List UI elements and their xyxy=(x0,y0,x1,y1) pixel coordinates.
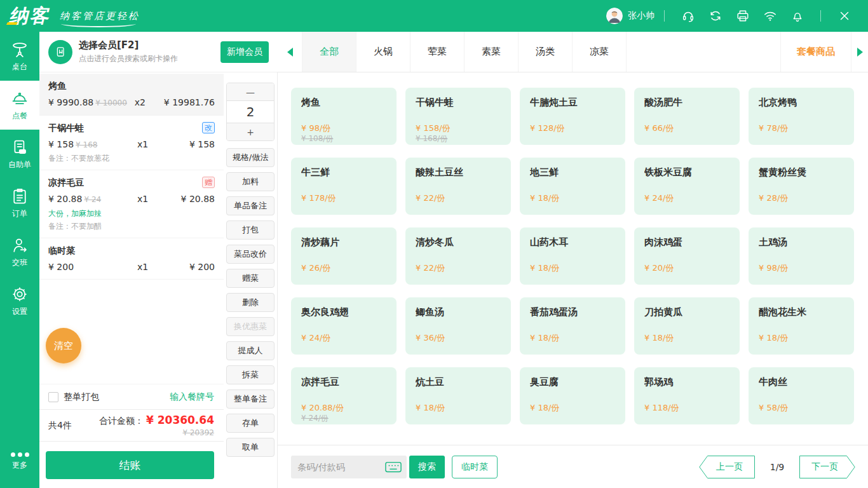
dish-card[interactable]: 凉拌毛豆¥ 20.88/份¥ 24/份 xyxy=(291,367,397,424)
action-button[interactable]: 单品备注 xyxy=(226,196,275,215)
next-page-button[interactable]: 下一页 xyxy=(799,456,855,478)
sidebar-item-tables[interactable]: 桌台 xyxy=(0,32,39,81)
dish-card[interactable]: 地三鲜¥ 18/份 xyxy=(520,158,625,215)
dish-original-price: ¥ 108/份 xyxy=(301,133,333,144)
action-button[interactable]: 规格/做法 xyxy=(226,148,275,167)
dish-card[interactable]: 山药木耳¥ 18/份 xyxy=(520,227,625,285)
total-amount: ¥ 20360.64 xyxy=(146,414,214,426)
dish-card[interactable]: 铁板米豆腐¥ 24/份 xyxy=(634,158,740,215)
dish-name: 牛三鲜 xyxy=(301,166,391,179)
order-item-prices: ¥ 9990.88¥ 10000 xyxy=(48,97,135,109)
dish-card[interactable]: 刀拍黄瓜¥ 18/份 xyxy=(634,297,740,355)
action-button[interactable]: 菜品改价 xyxy=(226,245,275,264)
search-button[interactable]: 搜索 xyxy=(409,456,445,478)
order-item[interactable]: 凉拌毛豆赠¥ 20.88¥ 24x1¥ 20.88大份，加麻加辣备注：不要加醋 xyxy=(39,170,224,238)
action-button[interactable]: 整单备注 xyxy=(226,390,275,409)
dish-card[interactable]: 肉沫鸡蛋¥ 20/份 xyxy=(634,227,740,285)
action-button[interactable]: 加料 xyxy=(226,172,275,191)
dish-card[interactable]: 鲫鱼汤¥ 36/份 xyxy=(405,297,511,355)
close-icon[interactable] xyxy=(831,9,858,23)
category-tab[interactable]: 凉菜 xyxy=(572,32,626,72)
dish-card[interactable]: 牛腩炖土豆¥ 128/份 xyxy=(520,88,625,145)
enter-table-number-link[interactable]: 输入餐牌号 xyxy=(170,391,214,403)
next-page-label: 下一页 xyxy=(799,456,855,478)
dish-card[interactable]: 土鸡汤¥ 98/份 xyxy=(749,227,854,285)
dish-card[interactable]: 奥尔良鸡翅¥ 24/份 xyxy=(291,297,397,355)
dish-card[interactable]: 郭场鸡¥ 118/份 xyxy=(634,367,740,424)
prev-page-button[interactable]: 上一页 xyxy=(699,456,755,478)
dish-card[interactable]: 干锅牛蛙¥ 158/份¥ 168/份 xyxy=(405,88,511,145)
category-tab[interactable]: 全部 xyxy=(302,32,356,72)
action-button[interactable]: 打包 xyxy=(226,220,275,240)
category-tab[interactable]: 荤菜 xyxy=(410,32,464,72)
sidebar-item-settings[interactable]: 设置 xyxy=(0,276,39,325)
dish-card[interactable]: 酸辣土豆丝¥ 22/份 xyxy=(405,158,511,215)
dish-card[interactable]: 番茄鸡蛋汤¥ 18/份 xyxy=(520,297,625,355)
dish-price: ¥ 66/份 xyxy=(644,123,674,134)
keyboard-icon[interactable] xyxy=(385,461,402,473)
action-button[interactable]: 存单 xyxy=(226,414,275,433)
sidebar-item-ordering[interactable]: 点餐 xyxy=(0,81,39,130)
dish-card[interactable]: 清炒冬瓜¥ 22/份 xyxy=(405,227,511,285)
printer-icon[interactable] xyxy=(729,9,756,23)
order-item-note: 备注：不要放葱花 xyxy=(48,154,215,163)
dish-card[interactable]: 北京烤鸭¥ 78/份 xyxy=(749,88,854,145)
order-item-price: ¥ 9990.88 xyxy=(48,97,93,107)
dish-card[interactable]: 烤鱼¥ 98/份¥ 108/份 xyxy=(291,88,397,145)
action-button[interactable]: 赠菜 xyxy=(226,269,275,288)
support-icon[interactable] xyxy=(674,9,702,23)
dish-card[interactable]: 牛肉丝¥ 58/份 xyxy=(749,367,854,424)
sidebar-item-more[interactable]: 更多 xyxy=(0,445,39,478)
dish-card[interactable]: 炕土豆¥ 18/份 xyxy=(405,367,511,424)
temp-dish-button[interactable]: 临时菜 xyxy=(452,456,498,478)
dish-price: ¥ 24/份 xyxy=(301,332,330,344)
tabs-scroll-left-button[interactable] xyxy=(278,32,302,72)
add-member-button[interactable]: 新增会员 xyxy=(220,41,269,63)
wifi-icon[interactable] xyxy=(756,9,783,23)
sidebar-item-orders[interactable]: 订单 xyxy=(0,179,39,227)
dish-card[interactable]: 牛三鲜¥ 178/份 xyxy=(291,158,397,215)
dish-name: 清炒藕片 xyxy=(301,236,391,248)
pack-whole-order-checkbox[interactable] xyxy=(48,392,58,402)
order-panel: 烤鱼¥ 9990.88¥ 10000x2¥ 19981.76干锅牛蛙改¥ 158… xyxy=(39,72,224,488)
order-item[interactable]: 临时菜¥ 200x1¥ 200 xyxy=(39,238,224,280)
dish-card[interactable]: 臭豆腐¥ 18/份 xyxy=(520,367,625,424)
barcode-input[interactable] xyxy=(297,462,385,472)
member-text: 选择会员[F2] 点击进行会员搜索或刷卡操作 xyxy=(79,39,214,64)
order-item-name: 临时菜 xyxy=(48,245,75,256)
tabs-scroll-right-button[interactable] xyxy=(851,32,868,72)
avatar[interactable] xyxy=(606,8,623,24)
checkout-button[interactable]: 结账 xyxy=(46,451,214,479)
dish-price: ¥ 118/份 xyxy=(644,402,679,414)
sidebar-item-shift[interactable]: 交班 xyxy=(0,227,39,276)
qty-plus-button[interactable]: + xyxy=(227,123,274,140)
sidebar-item-self-order[interactable]: 自助单 xyxy=(0,130,39,179)
dish-card[interactable]: 酸汤肥牛¥ 66/份 xyxy=(634,88,740,145)
order-item[interactable]: 烤鱼¥ 9990.88¥ 10000x2¥ 19981.76 xyxy=(39,74,224,116)
action-button[interactable]: 取单 xyxy=(226,438,275,457)
sidebar-item-label: 交班 xyxy=(12,257,27,268)
action-button[interactable]: 删除 xyxy=(226,293,275,312)
totals-row: 共4件 合计金额： ¥ 20360.64 ¥ 20392 xyxy=(39,409,224,442)
sync-icon[interactable] xyxy=(702,9,729,23)
member-subtitle: 点击进行会员搜索或刷卡操作 xyxy=(79,53,214,64)
dish-card[interactable]: 清炒藕片¥ 26/份 xyxy=(291,227,397,285)
bell-icon[interactable] xyxy=(783,9,811,23)
category-tab[interactable]: 素菜 xyxy=(464,32,518,72)
action-button[interactable]: 提成人 xyxy=(226,341,275,360)
member-select-bar[interactable]: 选择会员[F2] 点击进行会员搜索或刷卡操作 新增会员 xyxy=(39,32,278,72)
category-tab[interactable]: 汤类 xyxy=(518,32,572,72)
order-item[interactable]: 干锅牛蛙改¥ 158¥ 168x1¥ 158备注：不要放葱花 xyxy=(39,116,224,170)
category-tab[interactable]: 火锅 xyxy=(356,32,410,72)
qty-minus-button[interactable]: — xyxy=(227,83,274,100)
order-item-original-price: ¥ 168 xyxy=(76,140,97,149)
sidebar-item-label: 桌台 xyxy=(12,62,27,72)
topbar-divider xyxy=(664,10,665,22)
dish-name: 郭场鸡 xyxy=(644,376,735,388)
combo-products-tab[interactable]: 套餐商品 xyxy=(780,32,851,72)
action-button[interactable]: 拆菜 xyxy=(226,365,275,384)
dish-card[interactable]: 醋泡花生米¥ 18/份 xyxy=(749,297,854,355)
clear-order-button[interactable]: 清空 xyxy=(46,328,81,363)
dish-name: 凉拌毛豆 xyxy=(301,376,391,388)
dish-card[interactable]: 蟹黄粉丝煲¥ 28/份 xyxy=(749,158,854,215)
